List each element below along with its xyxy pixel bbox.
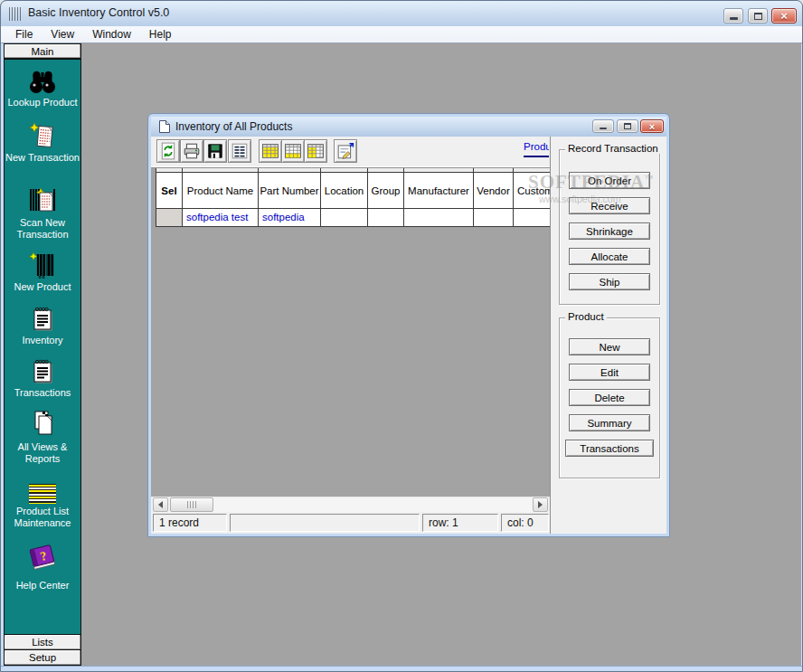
- status-record-count: 1 record: [153, 514, 227, 532]
- minimize-icon: [730, 17, 738, 20]
- on-order-button[interactable]: On Order: [569, 172, 650, 189]
- sidebar-item-transactions[interactable]: Transactions: [5, 356, 80, 399]
- table-view-full-button[interactable]: [259, 139, 282, 163]
- cell-product-name[interactable]: softpedia test: [183, 209, 259, 227]
- document-icon: [158, 119, 171, 137]
- shrinkage-button[interactable]: Shrinkage: [569, 222, 650, 240]
- products-grid: Sel Product Name Part Number Location Gr…: [156, 168, 550, 227]
- menu-help[interactable]: Help: [140, 26, 181, 43]
- summary-button[interactable]: Summary: [569, 414, 650, 431]
- col-header-location[interactable]: Location: [321, 173, 368, 209]
- rows-view-button[interactable]: [228, 139, 251, 163]
- grid-pane: Products Sel Product Name: [151, 137, 550, 534]
- maximize-button[interactable]: [748, 8, 768, 24]
- scroll-right-icon: [538, 501, 543, 508]
- child-maximize-icon: [624, 123, 631, 129]
- striped-list-icon: [29, 480, 56, 504]
- scroll-left-button[interactable]: [153, 497, 168, 512]
- status-message-panel: [230, 514, 420, 532]
- sidebar-item-scan-new-transaction[interactable]: Scan New Transaction: [5, 185, 80, 241]
- minimize-button[interactable]: [723, 8, 743, 24]
- transactions-notepad-icon: [29, 356, 56, 385]
- sidebar-item-new-transaction[interactable]: New Transaction: [5, 120, 80, 164]
- close-icon: ×: [780, 10, 788, 23]
- barcode-sparkle-icon: [27, 250, 58, 279]
- sidebar-tab-setup[interactable]: Setup: [5, 649, 80, 665]
- child-window-title: Inventory of All Products: [175, 120, 292, 133]
- main-titlebar[interactable]: Basic Inventory Control v5.0 ×: [1, 1, 803, 26]
- close-button[interactable]: ×: [771, 8, 797, 24]
- col-header-group[interactable]: Group: [368, 173, 404, 209]
- products-link[interactable]: Products: [524, 140, 549, 157]
- sidebar-item-inventory[interactable]: Inventory: [5, 304, 80, 346]
- allocate-button[interactable]: Allocate: [569, 248, 650, 265]
- horizontal-scrollbar[interactable]: [151, 497, 550, 512]
- menubar: File View Window Help: [1, 26, 803, 43]
- sidebar-item-new-product[interactable]: New Product: [5, 250, 80, 293]
- grid-header-row: Sel Product Name Part Number Location Gr…: [156, 173, 550, 209]
- cell-part-number[interactable]: softpedia: [259, 209, 321, 227]
- row-selector-cell[interactable]: [156, 209, 183, 227]
- child-minimize-icon: [600, 128, 607, 129]
- sidebar-tab-main[interactable]: Main: [5, 44, 80, 60]
- print-button[interactable]: [180, 139, 203, 163]
- sidebar-item-lookup-product[interactable]: Lookup Product: [5, 66, 80, 109]
- col-header-sel[interactable]: Sel: [156, 173, 183, 209]
- transactions-button[interactable]: Transactions: [565, 440, 654, 457]
- cell-vendor[interactable]: [474, 209, 514, 227]
- scrollbar-thumb[interactable]: [170, 497, 213, 512]
- table-row[interactable]: softpedia test softpedia: [156, 209, 550, 227]
- cell-manufacturer[interactable]: [404, 209, 474, 227]
- sidebar-item-product-list-maintenance[interactable]: Product List Maintenance: [5, 480, 80, 529]
- thumb-grip-icon: [187, 501, 197, 508]
- cell-group[interactable]: [368, 209, 404, 227]
- properties-button[interactable]: [334, 139, 357, 163]
- child-close-button[interactable]: ×: [640, 119, 664, 133]
- scrollbar-track[interactable]: [213, 497, 533, 512]
- table-view-column-button[interactable]: [304, 139, 327, 163]
- menu-file[interactable]: File: [6, 26, 42, 43]
- sidebar-item-help-center[interactable]: ? Help Center: [5, 540, 80, 592]
- child-window-inventory: Inventory of All Products ×: [147, 113, 670, 537]
- rows-view-icon: [231, 142, 249, 160]
- refresh-button[interactable]: [156, 139, 180, 163]
- col-header-manufacturer[interactable]: Manufacturer: [404, 173, 474, 209]
- child-minimize-button[interactable]: [592, 119, 614, 133]
- status-col-indicator: col: 0: [501, 514, 549, 532]
- table-partial-yellow-icon: [284, 142, 302, 160]
- maximize-icon: [754, 13, 762, 20]
- grid-area: Sel Product Name Part Number Location Gr…: [151, 168, 550, 497]
- col-header-product-name[interactable]: Product Name: [183, 173, 259, 209]
- table-column-yellow-icon: [307, 142, 325, 160]
- properties-form-icon: [336, 142, 354, 160]
- delete-product-button[interactable]: Delete: [569, 389, 650, 406]
- record-transaction-group: Record Transaction On Order Receive Shri…: [559, 149, 660, 305]
- sidebar-tab-lists[interactable]: Lists: [5, 634, 80, 649]
- table-yellow-icon: [261, 142, 279, 160]
- cell-location[interactable]: [321, 209, 368, 227]
- child-toolbar: Products: [151, 137, 550, 168]
- edit-product-button[interactable]: Edit: [569, 364, 650, 381]
- col-header-customer[interactable]: Customer: [514, 173, 550, 209]
- save-button[interactable]: [203, 139, 227, 163]
- application-window: Basic Inventory Control v5.0 × File View…: [0, 0, 803, 672]
- table-view-partial-button[interactable]: [281, 139, 305, 163]
- barcode-app-icon: [9, 7, 23, 21]
- col-header-vendor[interactable]: Vendor: [474, 173, 514, 209]
- col-header-part-number[interactable]: Part Number: [259, 173, 321, 209]
- menu-window[interactable]: Window: [83, 26, 140, 43]
- action-panel: Record Transaction On Order Receive Shri…: [550, 137, 666, 534]
- ship-button[interactable]: Ship: [569, 273, 650, 290]
- scroll-right-button[interactable]: [533, 497, 548, 512]
- new-product-button[interactable]: New: [569, 338, 650, 355]
- receipt-barcode-icon: [27, 185, 58, 215]
- receive-button[interactable]: Receive: [569, 197, 650, 214]
- child-maximize-button[interactable]: [617, 119, 638, 133]
- receipt-sparkle-icon: [28, 120, 57, 150]
- menu-view[interactable]: View: [42, 26, 83, 43]
- sidebar-item-all-views-reports[interactable]: All Views & Reports: [5, 408, 80, 465]
- child-titlebar[interactable]: Inventory of All Products ×: [151, 117, 666, 137]
- child-statusbar: 1 record row: 1 col: 0: [151, 512, 550, 534]
- cell-customer[interactable]: [514, 209, 550, 227]
- product-group: Product New Edit Delete Summary Transact…: [559, 317, 660, 478]
